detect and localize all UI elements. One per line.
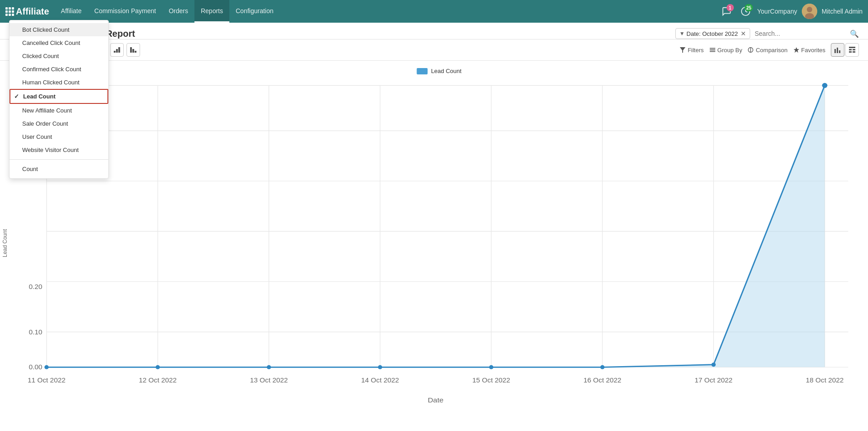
dropdown-item-label: Cancelled Click Count [22,39,80,46]
svg-rect-28 [853,49,855,50]
dropdown-item-label: User Count [22,133,52,140]
nav-orders[interactable]: Orders [162,0,194,23]
nav-configuration[interactable]: Configuration [229,0,280,23]
dropdown-item-label: Lead Count [23,93,56,100]
svg-marker-22 [793,47,799,53]
dropdown-item-label: Confirmed Click Count [22,66,81,73]
dropdown-item-website-visitor-count[interactable]: Website Visitor Count [10,143,108,157]
svg-text:16 Oct 2022: 16 Oct 2022 [583,377,621,384]
toolbar: Measures ▾ Filters Group By Comparison F… [0,39,868,61]
apps-menu[interactable] [5,7,14,16]
svg-text:13 Oct 2022: 13 Oct 2022 [250,377,288,384]
view-buttons [831,43,859,57]
svg-point-2 [807,7,812,12]
y-axis-label: Lead Count [0,61,10,426]
messages-badge[interactable]: 1 [719,4,734,19]
page-header: Affiliate Effectiveness Report ▼ Date: O… [0,23,868,39]
svg-rect-25 [839,50,840,53]
svg-text:17 Oct 2022: 17 Oct 2022 [695,377,732,384]
avatar[interactable] [802,4,817,19]
chart-area: Lead Count [10,61,868,426]
search-input[interactable] [755,30,845,37]
datapoint-1 [155,365,160,369]
nav-affiliate[interactable]: Affiliate [54,0,88,23]
nav-commission-payment[interactable]: Commission Payment [88,0,162,23]
chart-svg-wrapper: 0.00 0.10 0.20 0.50 [15,65,859,407]
dropdown-item-label: Website Visitor Count [22,147,79,153]
svg-text:0.20: 0.20 [29,284,43,291]
sort-desc-button[interactable] [126,43,140,57]
svg-rect-15 [135,51,136,53]
dropdown-item-new-affiliate-count[interactable]: New Affiliate Count [10,104,108,117]
svg-rect-24 [837,48,838,53]
chart-view-button[interactable] [831,43,844,57]
svg-text:12 Oct 2022: 12 Oct 2022 [139,377,176,384]
svg-text:0.10: 0.10 [29,329,43,336]
toolbar-right: Filters Group By Comparison Favorites [679,43,859,57]
dropdown-item-label: New Affiliate Count [22,107,72,114]
dropdown-item-confirmed-click-count[interactable]: Confirmed Click Count [10,63,108,76]
datapoint-0 [44,365,48,369]
check-icon: ✓ [14,93,19,100]
apps-grid-icon[interactable] [5,7,14,16]
search-icon[interactable]: 🔍 [850,29,859,38]
nav-reports[interactable]: Reports [194,0,229,23]
date-filter-tag: ▼ Date: October 2022 ✕ [675,28,750,39]
dropdown-item-sale-order-count[interactable]: Sale Order Count [10,117,108,130]
chart-area-fill [47,85,825,367]
svg-rect-18 [709,49,715,50]
company-name[interactable]: YourCompany [757,8,797,15]
measures-dropdown: Bot Clicked Count Cancelled Click Count … [9,20,109,179]
top-navigation: Affiliate Affiliate Commission Payment O… [0,0,868,23]
messages-count: 1 [727,4,734,11]
svg-rect-19 [709,51,715,52]
filter-close-icon[interactable]: ✕ [741,30,746,37]
svg-text:15 Oct 2022: 15 Oct 2022 [472,377,510,384]
svg-rect-29 [849,51,852,53]
dropdown-divider [10,159,108,160]
svg-rect-27 [849,49,852,50]
datapoint-5 [600,365,604,369]
datapoint-6 [712,362,716,367]
dropdown-item-cancelled-click-count[interactable]: Cancelled Click Count [10,36,108,49]
svg-rect-14 [132,49,134,53]
dropdown-item-bot-clicked-count[interactable]: Bot Clicked Count [10,23,108,36]
app-name: Affiliate [16,6,49,17]
svg-text:18 Oct 2022: 18 Oct 2022 [806,377,844,384]
dropdown-item-clicked-count[interactable]: Clicked Count [10,49,108,63]
filter-funnel-icon: ▼ [679,30,685,37]
filters-button[interactable]: Filters [679,47,703,54]
svg-rect-11 [116,49,118,53]
activity-badge[interactable]: 25 [738,4,753,19]
table-view-button[interactable] [845,43,859,57]
svg-text:11 Oct 2022: 11 Oct 2022 [28,377,65,384]
activity-count: 25 [745,4,752,11]
svg-text:Date: Date [428,396,444,403]
svg-rect-23 [834,49,836,53]
sort-asc-button[interactable] [110,43,124,57]
dropdown-item-human-clicked-count[interactable]: Human Clicked Count [10,76,108,89]
chart-svg: 0.00 0.10 0.20 0.50 [15,65,859,407]
dropdown-item-user-count[interactable]: User Count [10,130,108,143]
favorites-button[interactable]: Favorites [793,47,825,54]
datapoint-3 [378,365,382,369]
svg-rect-12 [118,47,120,53]
dropdown-item-label: Count [22,166,38,172]
dropdown-item-count[interactable]: Count [10,162,108,176]
dropdown-item-label: Sale Order Count [22,120,68,127]
svg-rect-13 [130,47,132,53]
svg-text:14 Oct 2022: 14 Oct 2022 [361,377,399,384]
datapoint-7 [822,83,828,88]
filter-label: Date: October 2022 [687,30,738,37]
groupby-button[interactable]: Group By [709,47,742,54]
svg-text:0.00: 0.00 [29,363,43,371]
svg-rect-26 [849,47,855,48]
svg-rect-17 [709,48,715,49]
dropdown-item-lead-count[interactable]: ✓ Lead Count [10,89,108,104]
chart-line [47,85,825,367]
dropdown-item-label: Bot Clicked Count [22,26,69,33]
comparison-button[interactable]: Comparison [747,47,787,54]
topnav-right: 1 25 YourCompany Mitchell Admin [719,4,863,19]
svg-marker-16 [680,47,685,53]
user-name[interactable]: Mitchell Admin [822,8,863,15]
